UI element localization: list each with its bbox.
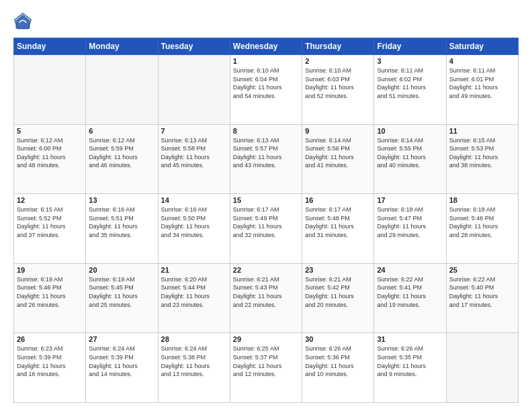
day-number: 13 xyxy=(89,196,154,204)
calendar-cell: 14Sunrise: 6:16 AM Sunset: 5:50 PM Dayli… xyxy=(158,194,230,264)
day-info: Sunrise: 6:12 AM Sunset: 6:00 PM Dayligh… xyxy=(17,136,83,170)
day-info: Sunrise: 6:18 AM Sunset: 5:46 PM Dayligh… xyxy=(449,205,515,239)
calendar-cell: 18Sunrise: 6:18 AM Sunset: 5:46 PM Dayli… xyxy=(446,194,518,264)
day-info: Sunrise: 6:24 AM Sunset: 5:39 PM Dayligh… xyxy=(89,345,154,378)
calendar-cell: 15Sunrise: 6:17 AM Sunset: 5:49 PM Dayli… xyxy=(230,194,302,264)
day-info: Sunrise: 6:14 AM Sunset: 5:55 PM Dayligh… xyxy=(377,136,443,170)
day-number: 22 xyxy=(233,266,299,274)
weekday-tuesday: Tuesday xyxy=(158,38,230,55)
day-number: 31 xyxy=(377,335,443,343)
day-number: 4 xyxy=(449,57,515,65)
day-number: 16 xyxy=(305,196,371,204)
day-info: Sunrise: 6:25 AM Sunset: 5:37 PM Dayligh… xyxy=(233,345,299,378)
day-number: 20 xyxy=(89,266,154,274)
calendar-cell xyxy=(158,55,230,125)
calendar-cell xyxy=(446,333,518,403)
calendar-cell: 28Sunrise: 6:24 AM Sunset: 5:38 PM Dayli… xyxy=(158,333,230,403)
day-info: Sunrise: 6:10 AM Sunset: 6:04 PM Dayligh… xyxy=(233,66,299,100)
calendar-cell: 27Sunrise: 6:24 AM Sunset: 5:39 PM Dayli… xyxy=(86,333,158,403)
day-number: 14 xyxy=(161,196,227,204)
day-info: Sunrise: 6:16 AM Sunset: 5:51 PM Dayligh… xyxy=(89,205,154,239)
weekday-thursday: Thursday xyxy=(302,38,374,55)
day-info: Sunrise: 6:23 AM Sunset: 5:39 PM Dayligh… xyxy=(17,345,83,378)
day-number: 2 xyxy=(305,57,371,65)
week-row-1: 1Sunrise: 6:10 AM Sunset: 6:04 PM Daylig… xyxy=(14,55,519,125)
week-row-5: 26Sunrise: 6:23 AM Sunset: 5:39 PM Dayli… xyxy=(14,333,519,403)
day-number: 24 xyxy=(377,266,443,274)
week-row-4: 19Sunrise: 6:19 AM Sunset: 5:46 PM Dayli… xyxy=(14,263,519,333)
day-number: 5 xyxy=(17,127,83,135)
day-number: 17 xyxy=(377,196,443,204)
day-number: 8 xyxy=(233,127,299,135)
day-number: 19 xyxy=(17,266,83,274)
day-info: Sunrise: 6:22 AM Sunset: 5:41 PM Dayligh… xyxy=(377,275,443,309)
svg-marker-0 xyxy=(16,15,30,29)
calendar-cell: 21Sunrise: 6:20 AM Sunset: 5:44 PM Dayli… xyxy=(158,263,230,333)
day-info: Sunrise: 6:21 AM Sunset: 5:42 PM Dayligh… xyxy=(305,275,371,309)
day-info: Sunrise: 6:21 AM Sunset: 5:43 PM Dayligh… xyxy=(233,275,299,309)
calendar-cell: 2Sunrise: 6:10 AM Sunset: 6:03 PM Daylig… xyxy=(302,55,374,125)
day-number: 30 xyxy=(305,335,371,343)
calendar-cell: 6Sunrise: 6:12 AM Sunset: 5:59 PM Daylig… xyxy=(86,124,158,194)
calendar-cell: 11Sunrise: 6:15 AM Sunset: 5:53 PM Dayli… xyxy=(446,124,518,194)
day-info: Sunrise: 6:13 AM Sunset: 5:58 PM Dayligh… xyxy=(161,136,227,170)
calendar-cell: 31Sunrise: 6:26 AM Sunset: 5:35 PM Dayli… xyxy=(374,333,446,403)
day-number: 12 xyxy=(17,196,83,204)
calendar-cell: 13Sunrise: 6:16 AM Sunset: 5:51 PM Dayli… xyxy=(86,194,158,264)
calendar-cell: 29Sunrise: 6:25 AM Sunset: 5:37 PM Dayli… xyxy=(230,333,302,403)
day-number: 29 xyxy=(233,335,299,343)
day-info: Sunrise: 6:18 AM Sunset: 5:47 PM Dayligh… xyxy=(377,205,443,239)
day-info: Sunrise: 6:19 AM Sunset: 5:45 PM Dayligh… xyxy=(89,275,154,309)
weekday-saturday: Saturday xyxy=(446,38,518,55)
calendar-cell xyxy=(86,55,158,125)
page: SundayMondayTuesdayWednesdayThursdayFrid… xyxy=(0,0,532,411)
day-number: 27 xyxy=(89,335,154,343)
day-info: Sunrise: 6:26 AM Sunset: 5:35 PM Dayligh… xyxy=(377,345,443,378)
day-info: Sunrise: 6:14 AM Sunset: 5:56 PM Dayligh… xyxy=(305,136,371,170)
day-number: 26 xyxy=(17,335,83,343)
calendar-cell: 23Sunrise: 6:21 AM Sunset: 5:42 PM Dayli… xyxy=(302,263,374,333)
day-info: Sunrise: 6:12 AM Sunset: 5:59 PM Dayligh… xyxy=(89,136,154,170)
day-info: Sunrise: 6:20 AM Sunset: 5:44 PM Dayligh… xyxy=(161,275,227,309)
logo-icon xyxy=(13,12,32,31)
calendar-cell: 17Sunrise: 6:18 AM Sunset: 5:47 PM Dayli… xyxy=(374,194,446,264)
calendar-cell: 24Sunrise: 6:22 AM Sunset: 5:41 PM Dayli… xyxy=(374,263,446,333)
calendar-cell: 7Sunrise: 6:13 AM Sunset: 5:58 PM Daylig… xyxy=(158,124,230,194)
calendar-cell: 25Sunrise: 6:22 AM Sunset: 5:40 PM Dayli… xyxy=(446,263,518,333)
calendar-cell: 5Sunrise: 6:12 AM Sunset: 6:00 PM Daylig… xyxy=(14,124,86,194)
day-number: 3 xyxy=(377,57,443,65)
day-number: 18 xyxy=(449,196,515,204)
calendar-cell: 22Sunrise: 6:21 AM Sunset: 5:43 PM Dayli… xyxy=(230,263,302,333)
weekday-friday: Friday xyxy=(374,38,446,55)
week-row-3: 12Sunrise: 6:15 AM Sunset: 5:52 PM Dayli… xyxy=(14,194,519,264)
day-info: Sunrise: 6:13 AM Sunset: 5:57 PM Dayligh… xyxy=(233,136,299,170)
day-info: Sunrise: 6:17 AM Sunset: 5:48 PM Dayligh… xyxy=(305,205,371,239)
day-number: 11 xyxy=(449,127,515,135)
calendar-cell: 3Sunrise: 6:11 AM Sunset: 6:02 PM Daylig… xyxy=(374,55,446,125)
day-info: Sunrise: 6:24 AM Sunset: 5:38 PM Dayligh… xyxy=(161,345,227,378)
day-info: Sunrise: 6:15 AM Sunset: 5:52 PM Dayligh… xyxy=(17,205,83,239)
day-info: Sunrise: 6:11 AM Sunset: 6:01 PM Dayligh… xyxy=(449,66,515,100)
day-number: 28 xyxy=(161,335,227,343)
day-info: Sunrise: 6:26 AM Sunset: 5:36 PM Dayligh… xyxy=(305,345,371,378)
calendar-cell: 1Sunrise: 6:10 AM Sunset: 6:04 PM Daylig… xyxy=(230,55,302,125)
day-number: 10 xyxy=(377,127,443,135)
calendar-cell: 8Sunrise: 6:13 AM Sunset: 5:57 PM Daylig… xyxy=(230,124,302,194)
weekday-monday: Monday xyxy=(86,38,158,55)
calendar-cell: 26Sunrise: 6:23 AM Sunset: 5:39 PM Dayli… xyxy=(14,333,86,403)
day-number: 1 xyxy=(233,57,299,65)
day-info: Sunrise: 6:22 AM Sunset: 5:40 PM Dayligh… xyxy=(449,275,515,309)
day-info: Sunrise: 6:10 AM Sunset: 6:03 PM Dayligh… xyxy=(305,66,371,100)
day-info: Sunrise: 6:17 AM Sunset: 5:49 PM Dayligh… xyxy=(233,205,299,239)
calendar-cell: 4Sunrise: 6:11 AM Sunset: 6:01 PM Daylig… xyxy=(446,55,518,125)
day-number: 6 xyxy=(89,127,154,135)
header xyxy=(13,12,519,31)
day-number: 7 xyxy=(161,127,227,135)
day-info: Sunrise: 6:11 AM Sunset: 6:02 PM Dayligh… xyxy=(377,66,443,100)
day-info: Sunrise: 6:19 AM Sunset: 5:46 PM Dayligh… xyxy=(17,275,83,309)
calendar-cell xyxy=(14,55,86,125)
day-number: 9 xyxy=(305,127,371,135)
logo xyxy=(13,12,35,31)
day-number: 21 xyxy=(161,266,227,274)
calendar-cell: 9Sunrise: 6:14 AM Sunset: 5:56 PM Daylig… xyxy=(302,124,374,194)
